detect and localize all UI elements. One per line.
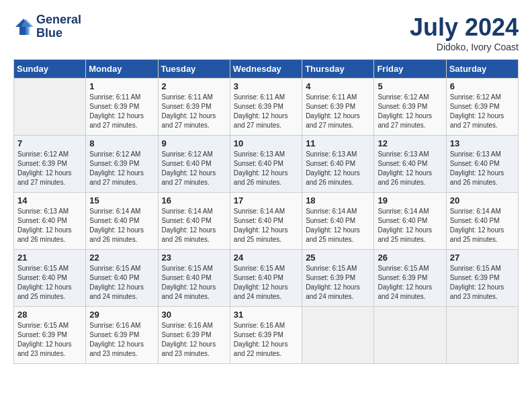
calendar-cell: 2Sunrise: 6:11 AM Sunset: 6:39 PM Daylig… <box>158 79 230 136</box>
day-info: Sunrise: 6:15 AM Sunset: 6:39 PM Dayligh… <box>306 264 370 302</box>
calendar-cell: 10Sunrise: 6:13 AM Sunset: 6:40 PM Dayli… <box>230 136 302 193</box>
calendar-cell <box>14 79 86 136</box>
day-info: Sunrise: 6:12 AM Sunset: 6:39 PM Dayligh… <box>378 93 442 130</box>
logo-line1: General <box>36 13 81 27</box>
day-info: Sunrise: 6:13 AM Sunset: 6:40 PM Dayligh… <box>17 207 82 244</box>
day-info: Sunrise: 6:14 AM Sunset: 6:40 PM Dayligh… <box>234 207 298 244</box>
calendar-cell: 7Sunrise: 6:12 AM Sunset: 6:39 PM Daylig… <box>14 136 86 193</box>
location: Didoko, Ivory Coast <box>410 42 519 52</box>
day-info: Sunrise: 6:14 AM Sunset: 6:40 PM Dayligh… <box>306 207 370 244</box>
day-info: Sunrise: 6:11 AM Sunset: 6:39 PM Dayligh… <box>89 93 154 130</box>
weekday-header-friday: Friday <box>374 60 446 79</box>
calendar-cell: 15Sunrise: 6:14 AM Sunset: 6:40 PM Dayli… <box>86 193 158 250</box>
day-number: 28 <box>17 310 82 320</box>
calendar-cell: 19Sunrise: 6:14 AM Sunset: 6:40 PM Dayli… <box>374 193 446 250</box>
day-number: 24 <box>234 253 298 263</box>
day-number: 4 <box>306 81 370 91</box>
day-number: 5 <box>378 81 442 91</box>
title-area: July 2024 Didoko, Ivory Coast <box>410 13 519 52</box>
weekday-header-saturday: Saturday <box>446 60 518 79</box>
day-info: Sunrise: 6:12 AM Sunset: 6:39 PM Dayligh… <box>450 93 515 130</box>
weekday-header-thursday: Thursday <box>302 60 374 79</box>
day-info: Sunrise: 6:12 AM Sunset: 6:40 PM Dayligh… <box>162 150 226 187</box>
calendar-cell: 27Sunrise: 6:15 AM Sunset: 6:39 PM Dayli… <box>446 250 518 307</box>
day-info: Sunrise: 6:14 AM Sunset: 6:40 PM Dayligh… <box>450 207 515 244</box>
calendar-cell: 6Sunrise: 6:12 AM Sunset: 6:39 PM Daylig… <box>446 79 518 136</box>
day-info: Sunrise: 6:13 AM Sunset: 6:40 PM Dayligh… <box>378 150 442 187</box>
calendar-cell <box>446 307 518 364</box>
day-info: Sunrise: 6:15 AM Sunset: 6:40 PM Dayligh… <box>162 264 226 302</box>
day-number: 27 <box>450 253 515 263</box>
day-number: 20 <box>450 195 515 205</box>
day-info: Sunrise: 6:15 AM Sunset: 6:40 PM Dayligh… <box>89 264 154 302</box>
calendar-cell: 3Sunrise: 6:11 AM Sunset: 6:39 PM Daylig… <box>230 79 302 136</box>
day-number: 30 <box>162 310 226 320</box>
calendar-cell: 17Sunrise: 6:14 AM Sunset: 6:40 PM Dayli… <box>230 193 302 250</box>
calendar-cell: 16Sunrise: 6:14 AM Sunset: 6:40 PM Dayli… <box>158 193 230 250</box>
calendar-cell: 12Sunrise: 6:13 AM Sunset: 6:40 PM Dayli… <box>374 136 446 193</box>
calendar-cell: 26Sunrise: 6:15 AM Sunset: 6:39 PM Dayli… <box>374 250 446 307</box>
day-number: 9 <box>162 138 226 148</box>
day-info: Sunrise: 6:14 AM Sunset: 6:40 PM Dayligh… <box>162 207 226 244</box>
day-info: Sunrise: 6:13 AM Sunset: 6:40 PM Dayligh… <box>234 150 298 187</box>
day-number: 18 <box>306 195 370 205</box>
day-info: Sunrise: 6:11 AM Sunset: 6:39 PM Dayligh… <box>162 93 226 130</box>
day-number: 13 <box>450 138 515 148</box>
calendar-week-row: 1Sunrise: 6:11 AM Sunset: 6:39 PM Daylig… <box>14 79 519 136</box>
day-number: 14 <box>17 195 82 205</box>
calendar-cell: 24Sunrise: 6:15 AM Sunset: 6:40 PM Dayli… <box>230 250 302 307</box>
day-info: Sunrise: 6:13 AM Sunset: 6:40 PM Dayligh… <box>450 150 515 187</box>
day-info: Sunrise: 6:13 AM Sunset: 6:40 PM Dayligh… <box>306 150 370 187</box>
month-title: July 2024 <box>410 13 519 42</box>
calendar-week-row: 7Sunrise: 6:12 AM Sunset: 6:39 PM Daylig… <box>14 136 519 193</box>
calendar-table: SundayMondayTuesdayWednesdayThursdayFrid… <box>13 59 519 364</box>
calendar-cell: 11Sunrise: 6:13 AM Sunset: 6:40 PM Dayli… <box>302 136 374 193</box>
day-info: Sunrise: 6:16 AM Sunset: 6:39 PM Dayligh… <box>89 321 154 359</box>
day-info: Sunrise: 6:16 AM Sunset: 6:39 PM Dayligh… <box>162 321 226 359</box>
weekday-header-tuesday: Tuesday <box>158 60 230 79</box>
day-number: 7 <box>17 138 82 148</box>
day-number: 1 <box>89 81 154 91</box>
weekday-header-monday: Monday <box>86 60 158 79</box>
logo-text: General Blue <box>36 13 81 40</box>
day-info: Sunrise: 6:15 AM Sunset: 6:39 PM Dayligh… <box>378 264 442 302</box>
day-number: 12 <box>378 138 442 148</box>
day-number: 25 <box>306 253 370 263</box>
calendar-cell: 18Sunrise: 6:14 AM Sunset: 6:40 PM Dayli… <box>302 193 374 250</box>
calendar-cell: 8Sunrise: 6:12 AM Sunset: 6:39 PM Daylig… <box>86 136 158 193</box>
day-info: Sunrise: 6:16 AM Sunset: 6:39 PM Dayligh… <box>234 321 298 359</box>
day-info: Sunrise: 6:11 AM Sunset: 6:39 PM Dayligh… <box>306 93 370 130</box>
day-number: 23 <box>162 253 226 263</box>
day-info: Sunrise: 6:15 AM Sunset: 6:40 PM Dayligh… <box>234 264 298 302</box>
day-number: 2 <box>162 81 226 91</box>
day-number: 26 <box>378 253 442 263</box>
calendar-cell: 21Sunrise: 6:15 AM Sunset: 6:40 PM Dayli… <box>14 250 86 307</box>
calendar-cell <box>374 307 446 364</box>
day-number: 8 <box>89 138 154 148</box>
calendar-cell: 31Sunrise: 6:16 AM Sunset: 6:39 PM Dayli… <box>230 307 302 364</box>
day-number: 19 <box>378 195 442 205</box>
day-number: 16 <box>162 195 226 205</box>
calendar-cell: 9Sunrise: 6:12 AM Sunset: 6:40 PM Daylig… <box>158 136 230 193</box>
day-number: 6 <box>450 81 515 91</box>
day-number: 17 <box>234 195 298 205</box>
logo-line2: Blue <box>36 27 81 40</box>
day-number: 15 <box>89 195 154 205</box>
day-info: Sunrise: 6:15 AM Sunset: 6:39 PM Dayligh… <box>450 264 515 302</box>
day-number: 10 <box>234 138 298 148</box>
calendar-week-row: 21Sunrise: 6:15 AM Sunset: 6:40 PM Dayli… <box>14 250 519 307</box>
weekday-header-wednesday: Wednesday <box>230 60 302 79</box>
calendar-week-row: 14Sunrise: 6:13 AM Sunset: 6:40 PM Dayli… <box>14 193 519 250</box>
page-header: General Blue July 2024 Didoko, Ivory Coa… <box>13 13 519 52</box>
calendar-week-row: 28Sunrise: 6:15 AM Sunset: 6:39 PM Dayli… <box>14 307 519 364</box>
calendar-cell <box>302 307 374 364</box>
day-info: Sunrise: 6:12 AM Sunset: 6:39 PM Dayligh… <box>89 150 154 187</box>
calendar-cell: 23Sunrise: 6:15 AM Sunset: 6:40 PM Dayli… <box>158 250 230 307</box>
day-info: Sunrise: 6:14 AM Sunset: 6:40 PM Dayligh… <box>378 207 442 244</box>
day-number: 31 <box>234 310 298 320</box>
day-number: 3 <box>234 81 298 91</box>
calendar-cell: 22Sunrise: 6:15 AM Sunset: 6:40 PM Dayli… <box>86 250 158 307</box>
day-info: Sunrise: 6:15 AM Sunset: 6:40 PM Dayligh… <box>17 264 82 302</box>
calendar-cell: 25Sunrise: 6:15 AM Sunset: 6:39 PM Dayli… <box>302 250 374 307</box>
calendar-cell: 20Sunrise: 6:14 AM Sunset: 6:40 PM Dayli… <box>446 193 518 250</box>
